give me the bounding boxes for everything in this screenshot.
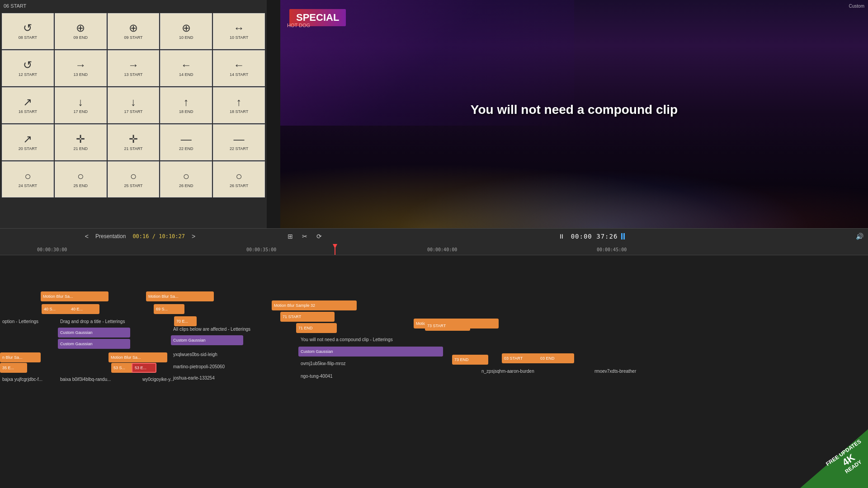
- thumb-label-25-end: 25 END: [73, 183, 88, 188]
- clip-15[interactable]: Drag and drop a title - Letterings: [58, 316, 175, 326]
- clip-4[interactable]: 69 S...: [154, 304, 184, 314]
- thumb-25-end[interactable]: ○ 25 END: [55, 161, 107, 197]
- thumb-14-end[interactable]: ← 14 END: [160, 50, 212, 86]
- city-glow: [280, 138, 868, 228]
- thumb-26-start[interactable]: ○ 26 START: [213, 161, 265, 197]
- thumb-label-20-start: 20 START: [19, 146, 37, 151]
- timecode-display: 00:00 37:26: [571, 233, 618, 240]
- thumb-09-end[interactable]: ⊕ 09 END: [55, 13, 107, 49]
- thumb-icon-13-end: →: [75, 60, 86, 70]
- clip-18[interactable]: Custom Gaussian: [58, 328, 130, 338]
- nav-prev-button[interactable]: <: [85, 233, 89, 240]
- thumb-label-24-start: 24 START: [19, 183, 37, 188]
- presentation-label: Presentation: [95, 233, 126, 239]
- clip-10[interactable]: 73 START: [425, 321, 470, 331]
- video-top-right: Custom: [849, 4, 864, 9]
- playhead: [335, 244, 335, 255]
- clip-36[interactable]: bajxa yujfcgrjdbc-f...: [0, 374, 61, 384]
- clip-34[interactable]: n_zpsjsqhm-aaron-burden: [479, 366, 583, 376]
- thumb-26-end[interactable]: ○ 26 END: [160, 161, 212, 197]
- clip-35[interactable]: rmoev7xdts-breather: [592, 366, 683, 376]
- thumb-icon-18-end: ↑: [184, 97, 189, 108]
- clip-25[interactable]: n Blur Sa...: [0, 352, 41, 362]
- clip-31[interactable]: ngo-tung-40041: [298, 371, 380, 381]
- pause-button[interactable]: ⏸: [556, 232, 567, 241]
- clip-26[interactable]: 35 E...: [0, 363, 27, 373]
- clip-11[interactable]: 73 END: [452, 355, 488, 365]
- thumb-20-start[interactable]: ↗ 20 START: [2, 124, 54, 160]
- nav-next-button[interactable]: >: [192, 233, 195, 240]
- thumb-icon-24-start: ○: [24, 171, 31, 182]
- video-background: SPECIAL HOT DOG You will not need a comp…: [280, 0, 868, 228]
- thumb-label-18-end: 18 END: [179, 109, 193, 114]
- thumb-label-18-start: 18 START: [230, 109, 248, 114]
- thumb-label-26-end: 26 END: [179, 183, 193, 188]
- thumb-09-start[interactable]: ⊕ 09 START: [108, 13, 160, 49]
- clip-0[interactable]: Motion Blur Sa...: [41, 291, 108, 301]
- thumb-icon-20-start: ↗: [23, 134, 32, 145]
- tools-button[interactable]: ✂: [299, 232, 310, 241]
- thumb-18-start[interactable]: ↑ 18 START: [213, 87, 265, 123]
- clip-24[interactable]: 53 E...: [132, 363, 156, 373]
- thumb-21-start[interactable]: ✛ 21 START: [108, 124, 160, 160]
- clip-22[interactable]: Motion Blur Sa...: [108, 352, 167, 362]
- thumb-label-09-start: 09 START: [124, 35, 142, 40]
- thumb-10-start[interactable]: ↔ 10 START: [213, 13, 265, 49]
- thumb-17-start[interactable]: ↓ 17 START: [108, 87, 160, 123]
- thumb-13-end[interactable]: → 13 END: [55, 50, 107, 86]
- thumb-18-end[interactable]: ↑ 18 END: [160, 87, 212, 123]
- thumb-label-13-end: 13 END: [73, 72, 88, 77]
- play-indicator: [621, 233, 625, 239]
- thumb-label-25-start: 25 START: [124, 183, 142, 188]
- clip-17[interactable]: You will not need a compound clip - Lett…: [298, 334, 479, 344]
- clip-32[interactable]: baixa b0if3i4blbq-randu...: [58, 374, 148, 384]
- thumb-icon-25-start: ○: [130, 171, 137, 182]
- thumb-label-22-start: 22 START: [230, 146, 248, 151]
- thumb-label-14-start: 14 START: [230, 72, 248, 77]
- clip-1[interactable]: Motion Blur Sa...: [146, 291, 214, 301]
- clip-16[interactable]: All clips below are affected - Lettering…: [171, 324, 302, 334]
- time-marker-35: 00:00:35:00: [246, 247, 276, 252]
- thumb-icon-17-start: ↓: [131, 97, 136, 108]
- clip-3[interactable]: 40 E...: [69, 304, 99, 314]
- thumb-16-start[interactable]: ↗ 16 START: [2, 87, 54, 123]
- timeline-ruler: 00:00:30:00 00:00:35:00 00:00:40:00 00:0…: [0, 244, 868, 255]
- clip-19[interactable]: Custom Gaussian: [58, 339, 130, 349]
- thumb-label-26-start: 26 START: [230, 183, 248, 188]
- clip-30[interactable]: ovmj1ub5kw-filip-mroz: [298, 358, 416, 368]
- clip-28[interactable]: martino-pietropoli-205060: [171, 361, 261, 371]
- clip-21[interactable]: Custom Gaussian: [298, 347, 443, 357]
- hotdog-sign: HOT DOG: [287, 23, 310, 28]
- thumb-icon-26-start: ○: [236, 171, 242, 182]
- thumb-label-13-start: 13 START: [124, 72, 142, 77]
- clip-7[interactable]: 71 START: [280, 312, 335, 322]
- thumb-17-end[interactable]: ↓ 17 END: [55, 87, 107, 123]
- clip-13[interactable]: 03 END: [538, 353, 574, 363]
- clip-6[interactable]: Motion Blur Sample 32: [272, 300, 357, 310]
- thumb-14-start[interactable]: ← 14 START: [213, 50, 265, 86]
- clip-27[interactable]: yxqlwues0bs-sid-leigh: [171, 349, 252, 359]
- thumb-21-end[interactable]: ✛ 21 END: [55, 124, 107, 160]
- thumb-icon-25-end: ○: [77, 171, 84, 182]
- clip-2[interactable]: 40 S...: [42, 304, 72, 314]
- thumb-label-12-start: 12 START: [19, 72, 37, 77]
- view-mode-button[interactable]: ⊞: [285, 232, 296, 241]
- thumb-24-start[interactable]: ○ 24 START: [2, 161, 54, 197]
- thumb-icon-10-start: ↔: [234, 23, 245, 33]
- thumb-13-start[interactable]: → 13 START: [108, 50, 160, 86]
- thumb-icon-09-end: ⊕: [76, 23, 85, 33]
- thumb-12-start[interactable]: ↺ 12 START: [2, 50, 54, 86]
- thumb-25-start[interactable]: ○ 25 START: [108, 161, 160, 197]
- thumb-22-start[interactable]: — 22 START: [213, 124, 265, 160]
- thumb-icon-21-end: ✛: [76, 134, 85, 145]
- clip-33[interactable]: wy0cigoyike-y...: [140, 374, 208, 384]
- presentation-nav: < Presentation 00:16 / 10:10:27 >: [0, 228, 280, 244]
- thumb-10-end[interactable]: ⊕ 10 END: [160, 13, 212, 49]
- transform-button[interactable]: ⟳: [314, 232, 325, 241]
- thumb-22-end[interactable]: — 22 END: [160, 124, 212, 160]
- clip-8[interactable]: 71 END: [296, 323, 337, 333]
- thumb-08-start[interactable]: ↺ 08 START: [2, 13, 54, 49]
- thumb-icon-21-start: ✛: [129, 134, 138, 145]
- clip-20[interactable]: Custom Gaussian: [171, 335, 243, 345]
- thumb-label-08-start: 08 START: [19, 35, 37, 40]
